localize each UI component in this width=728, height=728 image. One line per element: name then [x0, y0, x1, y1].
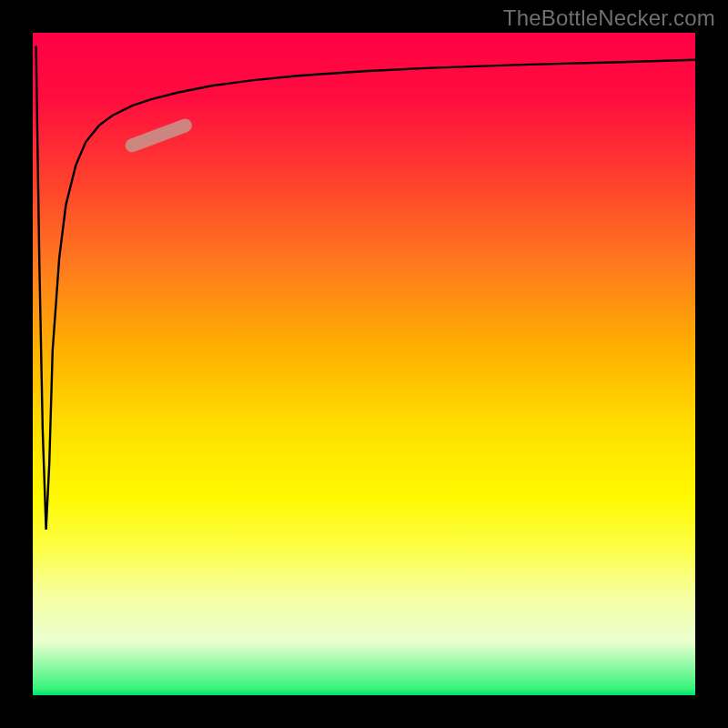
watermark-text: TheBottleNecker.com — [503, 5, 715, 31]
chart-container: TheBottleNecker.com — [0, 0, 728, 728]
bottleneck-curve — [36, 46, 695, 530]
curve-layer — [33, 33, 695, 695]
highlight-segment — [132, 126, 185, 146]
